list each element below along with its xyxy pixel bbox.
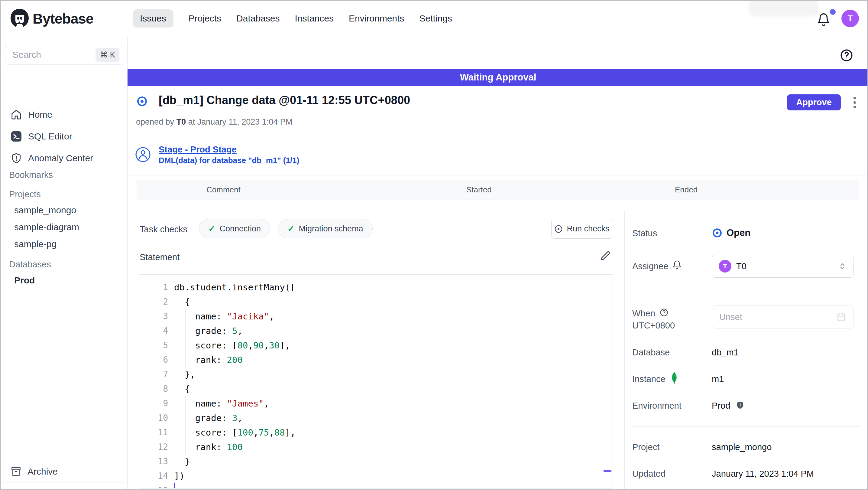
help-icon[interactable] bbox=[840, 49, 854, 62]
line-number: 2 bbox=[139, 295, 168, 309]
run-checks-label: Run checks bbox=[567, 224, 609, 233]
task-check-migration-schema[interactable]: ✓Migration schema bbox=[278, 219, 373, 238]
code-line: name: "Jacika", bbox=[174, 309, 274, 324]
instance-label: Instance bbox=[632, 374, 665, 384]
issue-author: T0 bbox=[177, 117, 186, 126]
divider bbox=[128, 136, 868, 136]
line-number: 11 bbox=[139, 425, 168, 440]
task-runs-table: Comment Started Ended bbox=[136, 180, 859, 200]
when-placeholder: Unset bbox=[719, 312, 836, 322]
bytebase-app: Bytebase IssuesProjectsDatabasesInstance… bbox=[0, 0, 868, 490]
notification-bell-icon[interactable] bbox=[817, 13, 831, 27]
subscribe-bell-icon[interactable] bbox=[672, 260, 682, 270]
column-header-ended: Ended bbox=[675, 180, 698, 200]
code-line: rank: 100 bbox=[174, 440, 243, 454]
line-number: 6 bbox=[139, 353, 168, 367]
issue-opened-meta: opened by T0 at January 11, 2023 1:04 PM bbox=[136, 117, 292, 127]
when-timezone: UTC+0800 bbox=[632, 321, 675, 330]
line-number: 8 bbox=[139, 382, 168, 396]
nav-tab-settings[interactable]: Settings bbox=[419, 9, 452, 28]
archive-icon bbox=[10, 466, 22, 477]
edit-pencil-icon[interactable] bbox=[600, 251, 611, 261]
panel-divider bbox=[624, 211, 625, 490]
sidebar-item-archive[interactable]: Archive bbox=[1, 463, 128, 480]
text-cursor bbox=[174, 483, 175, 489]
play-circle-icon bbox=[554, 225, 563, 233]
nav-tab-issues[interactable]: Issues bbox=[133, 9, 174, 28]
nav-tab-projects[interactable]: Projects bbox=[189, 9, 221, 28]
tooltip-remnant bbox=[749, 1, 818, 14]
notification-badge bbox=[830, 9, 836, 15]
code-line: }, bbox=[174, 367, 195, 382]
code-line: rank: 200 bbox=[174, 353, 243, 367]
approve-button[interactable]: Approve bbox=[787, 94, 841, 110]
user-avatar[interactable]: T bbox=[841, 10, 859, 27]
assignee-select[interactable]: T T0 bbox=[712, 255, 854, 278]
when-help-icon[interactable] bbox=[659, 308, 669, 317]
task-check-connection[interactable]: ✓Connection bbox=[199, 219, 270, 238]
task-check-badges: ✓Connection✓Migration schema bbox=[199, 219, 373, 238]
issue-title: [db_m1] Change data @01-11 12:55 UTC+080… bbox=[159, 94, 410, 107]
chevron-updown-icon bbox=[838, 262, 847, 271]
nav-tab-instances[interactable]: Instances bbox=[295, 9, 334, 28]
calendar-icon bbox=[836, 312, 846, 322]
when-label: When bbox=[632, 309, 655, 318]
line-number: 1 bbox=[139, 280, 168, 295]
nav-tab-databases[interactable]: Databases bbox=[236, 9, 280, 28]
stage-link[interactable]: Stage - Prod Stage bbox=[159, 145, 237, 154]
assignee-value: T0 bbox=[736, 261, 833, 271]
code-line: grade: 3, bbox=[174, 411, 243, 425]
more-options-kebab-icon[interactable] bbox=[849, 95, 861, 110]
sidebar-item-sample-pg[interactable]: sample-pg bbox=[14, 239, 57, 249]
line-number: 4 bbox=[139, 324, 168, 338]
overview-ruler-cursor-mark bbox=[603, 470, 612, 472]
sql-statement-editor[interactable]: 1db.student.insertMany([2 {3 name: "Jaci… bbox=[139, 275, 613, 489]
search-input[interactable]: Search ⌘ K bbox=[5, 45, 123, 65]
sidebar-item-label: Anomaly Center bbox=[28, 153, 93, 163]
line-number: 13 bbox=[139, 454, 168, 469]
statement-label: Statement bbox=[140, 252, 180, 262]
database-value: db_m1 bbox=[712, 348, 739, 357]
sidebar-section-bookmarks: Bookmarks bbox=[9, 170, 53, 180]
when-datetime-input[interactable]: Unset bbox=[712, 306, 854, 328]
stage-assignee-icon bbox=[135, 146, 151, 163]
sidebar-divider bbox=[1, 482, 128, 483]
nav-tab-environments[interactable]: Environments bbox=[349, 9, 404, 28]
status-open-icon bbox=[712, 227, 723, 238]
run-checks-button[interactable]: Run checks bbox=[551, 219, 612, 239]
line-number: 9 bbox=[139, 396, 168, 411]
project-label: Project bbox=[632, 442, 659, 452]
database-label: Database bbox=[632, 348, 670, 357]
line-number: 5 bbox=[139, 338, 168, 353]
search-shortcut-key: ⌘ K bbox=[95, 48, 119, 62]
main-nav: IssuesProjectsDatabasesInstancesEnvironm… bbox=[133, 1, 452, 36]
sidebar-item-prod[interactable]: Prod bbox=[14, 275, 35, 286]
divider bbox=[128, 175, 868, 175]
code-line: grade: 5, bbox=[174, 324, 243, 338]
check-pass-icon: ✓ bbox=[287, 224, 294, 234]
sidebar-item-label: SQL Editor bbox=[28, 131, 72, 142]
project-value: sample_mongo bbox=[712, 442, 772, 452]
sidebar-item-label: Home bbox=[28, 110, 52, 120]
sidebar-item-sql-editor[interactable]: SQL Editor bbox=[1, 127, 128, 145]
waiting-approval-banner: Waiting Approval bbox=[128, 69, 868, 86]
instance-value: m1 bbox=[712, 374, 724, 384]
sidebar-item-anomaly-center[interactable]: Anomaly Center bbox=[1, 149, 128, 167]
sidebar-section-projects: Projects bbox=[9, 189, 41, 199]
sidebar-item-home[interactable]: Home bbox=[1, 106, 128, 123]
updated-label: Updated bbox=[632, 469, 665, 479]
anomaly-shield-icon bbox=[10, 152, 22, 164]
sql-editor-icon bbox=[10, 131, 22, 142]
sidebar-item-sample-diagram[interactable]: sample-diagram bbox=[14, 222, 79, 232]
search-placeholder: Search bbox=[12, 50, 95, 60]
banner-text: Waiting Approval bbox=[460, 72, 536, 83]
environment-label: Environment bbox=[632, 401, 682, 411]
sidebar-item-sample_mongo[interactable]: sample_mongo bbox=[14, 205, 76, 215]
stage-task-link[interactable]: DML(data) for database "db_m1" (1/1) bbox=[159, 156, 299, 165]
code-line: ]) bbox=[174, 469, 185, 483]
task-check-label: Migration schema bbox=[299, 224, 363, 233]
bytebase-logo-icon bbox=[10, 8, 30, 28]
task-check-label: Connection bbox=[219, 224, 261, 233]
check-pass-icon: ✓ bbox=[208, 224, 215, 234]
code-line: } bbox=[174, 454, 190, 469]
